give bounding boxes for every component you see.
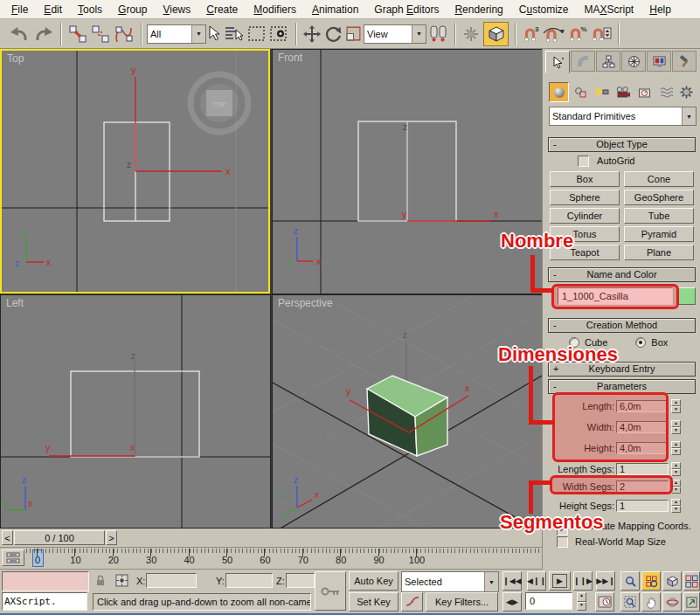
select-and-rotate-icon[interactable] bbox=[324, 23, 342, 45]
menu-graph-editors[interactable]: Graph Editors bbox=[366, 2, 447, 17]
category-cameras[interactable] bbox=[613, 82, 634, 102]
spinner-up-icon[interactable]: ▲ bbox=[671, 420, 681, 427]
viewport-perspective[interactable]: Perspective z y x bbox=[272, 294, 543, 529]
tab-utilities[interactable] bbox=[672, 51, 697, 72]
dropdown-arrow-icon[interactable]: ▼ bbox=[191, 25, 205, 43]
category-helpers[interactable] bbox=[634, 82, 655, 102]
menu-edit[interactable]: Edit bbox=[36, 2, 70, 17]
current-frame-input[interactable]: 0 bbox=[525, 592, 572, 610]
category-lights[interactable] bbox=[592, 82, 612, 102]
width-spinner[interactable]: ▲▼ bbox=[671, 420, 681, 434]
zoom-button[interactable] bbox=[620, 571, 640, 591]
viewport-compass[interactable]: TOP bbox=[212, 100, 226, 108]
key-filters-button[interactable]: Key Filters... bbox=[426, 592, 498, 612]
next-frame-button[interactable]: ❙❙▶ bbox=[573, 571, 593, 591]
height-segs-input[interactable]: 1 bbox=[616, 500, 669, 512]
tab-hierarchy[interactable] bbox=[596, 51, 620, 72]
select-object-icon[interactable] bbox=[208, 23, 220, 45]
category-systems[interactable] bbox=[676, 82, 697, 102]
go-to-end-button[interactable]: ▶▶❙ bbox=[596, 571, 615, 591]
button-cone[interactable]: Cone bbox=[624, 171, 694, 187]
z-coord-input[interactable] bbox=[286, 573, 315, 588]
button-box[interactable]: Box bbox=[550, 171, 620, 187]
pan-button[interactable] bbox=[641, 592, 661, 612]
trackbar-ruler[interactable]: 0102030405060708090100 bbox=[0, 548, 542, 570]
dropdown-arrow-icon[interactable]: ▼ bbox=[682, 107, 696, 125]
tab-create[interactable] bbox=[545, 51, 570, 73]
menu-animation[interactable]: Animation bbox=[304, 2, 366, 17]
category-space-warps[interactable] bbox=[656, 82, 676, 102]
viewport-front[interactable]: Front y x z z y x bbox=[272, 49, 543, 294]
menu-tools[interactable]: Tools bbox=[70, 2, 110, 17]
collapse-icon[interactable]: - bbox=[553, 380, 557, 393]
arc-rotate-button[interactable] bbox=[662, 592, 682, 612]
select-and-manipulate-icon[interactable] bbox=[462, 23, 480, 45]
rollout-creation-method[interactable]: - Creation Method bbox=[548, 318, 696, 333]
zoom-all-button[interactable] bbox=[641, 571, 661, 591]
viewport-left[interactable]: Left z y x z y x bbox=[0, 294, 271, 529]
height-spinner[interactable]: ▲▼ bbox=[671, 441, 681, 455]
height-segs-spinner[interactable]: ▲▼ bbox=[671, 499, 681, 513]
snap-toggle-3d-icon[interactable]: 3 bbox=[523, 23, 538, 45]
length-segs-input[interactable]: 1 bbox=[616, 463, 669, 475]
menu-group[interactable]: Group bbox=[110, 2, 155, 17]
spinner-up-icon[interactable]: ▲ bbox=[577, 592, 586, 602]
time-slider-handle[interactable]: 0 / 100 bbox=[14, 530, 105, 545]
real-world-checkbox[interactable] bbox=[557, 536, 568, 548]
button-geosphere[interactable]: GeoSphere bbox=[624, 190, 694, 205]
select-and-move-icon[interactable] bbox=[303, 23, 321, 45]
tab-display[interactable] bbox=[647, 51, 671, 72]
set-key-button[interactable]: Set Key bbox=[349, 592, 399, 612]
menu-file[interactable]: File bbox=[3, 2, 36, 17]
rectangular-selection-region-icon[interactable] bbox=[247, 23, 266, 45]
percent-snap-toggle-icon[interactable]: % bbox=[568, 23, 586, 45]
spinner-down-icon[interactable]: ▼ bbox=[671, 448, 681, 455]
unlink-selection-icon[interactable] bbox=[91, 23, 110, 45]
snaps-toggle-button[interactable] bbox=[483, 22, 509, 46]
track-bar[interactable]: 0102030405060708090100 bbox=[0, 548, 542, 570]
height-input[interactable]: 4,0m bbox=[616, 442, 669, 454]
radio-box[interactable] bbox=[635, 337, 646, 348]
rollout-object-type[interactable]: - Object Type bbox=[548, 137, 696, 152]
undo-icon[interactable] bbox=[9, 23, 30, 45]
length-input[interactable]: 6,0m bbox=[616, 400, 669, 412]
set-keys-button[interactable] bbox=[315, 571, 346, 611]
key-mode-toggle-button[interactable]: ◀▶ bbox=[502, 592, 522, 612]
spinner-snap-toggle-icon[interactable] bbox=[591, 23, 612, 45]
selection-set-dropdown[interactable]: Selected ▼ bbox=[401, 571, 499, 592]
spinner-down-icon[interactable]: ▼ bbox=[577, 602, 586, 612]
select-by-name-icon[interactable] bbox=[224, 23, 244, 45]
region-zoom-button[interactable] bbox=[620, 592, 640, 612]
reference-coordinate-dropdown[interactable]: View ▼ bbox=[364, 24, 426, 44]
auto-key-button[interactable]: Auto Key bbox=[349, 571, 399, 591]
x-coord-input[interactable] bbox=[146, 573, 197, 588]
autogrid-checkbox[interactable] bbox=[578, 155, 589, 167]
play-button[interactable]: ▶ bbox=[549, 571, 571, 591]
button-cylinder[interactable]: Cylinder bbox=[550, 208, 620, 224]
menu-create[interactable]: Create bbox=[198, 2, 246, 17]
spinner-up-icon[interactable]: ▲ bbox=[671, 480, 681, 487]
select-and-link-icon[interactable] bbox=[68, 23, 87, 45]
button-tube[interactable]: Tube bbox=[624, 208, 694, 224]
button-pyramid[interactable]: Pyramid bbox=[624, 226, 694, 242]
macro-recorder-pane[interactable] bbox=[2, 571, 89, 591]
absolute-mode-icon[interactable] bbox=[114, 573, 129, 588]
spinner-down-icon[interactable]: ▼ bbox=[671, 487, 681, 494]
viewport-top[interactable]: Top TOP y x z y x z bbox=[0, 49, 270, 294]
spinner-up-icon[interactable]: ▲ bbox=[671, 462, 681, 469]
angle-snap-toggle-icon[interactable] bbox=[542, 23, 565, 45]
button-sphere[interactable]: Sphere bbox=[550, 190, 620, 205]
menu-views[interactable]: Views bbox=[155, 2, 198, 17]
menu-maxscript[interactable]: MAXScript bbox=[577, 2, 642, 17]
y-coord-input[interactable] bbox=[225, 573, 273, 588]
menu-customize[interactable]: Customize bbox=[511, 2, 577, 17]
spinner-down-icon[interactable]: ▼ bbox=[671, 506, 681, 513]
redo-icon[interactable] bbox=[33, 23, 54, 45]
tab-motion[interactable] bbox=[621, 51, 646, 72]
length-segs-spinner[interactable]: ▲▼ bbox=[671, 462, 681, 476]
spinner-up-icon[interactable]: ▲ bbox=[671, 499, 681, 506]
dropdown-arrow-icon[interactable]: ▼ bbox=[412, 25, 426, 43]
rollout-parameters[interactable]: - Parameters bbox=[548, 379, 696, 394]
selection-lock-icon[interactable] bbox=[94, 574, 107, 587]
time-configuration-button[interactable] bbox=[595, 592, 614, 612]
